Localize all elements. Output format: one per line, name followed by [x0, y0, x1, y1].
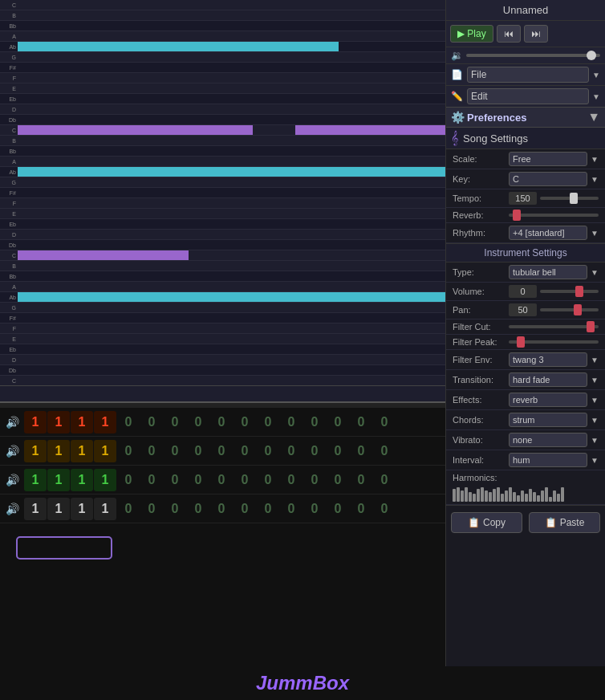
seq-cell[interactable]: 1	[24, 411, 47, 433]
seq-cell[interactable]: 0	[187, 440, 209, 462]
seq-cell[interactable]: 1	[47, 411, 70, 433]
seq-cell[interactable]: 0	[280, 498, 302, 520]
seq-cell[interactable]: 0	[257, 411, 279, 433]
volume-slider[interactable]	[466, 54, 600, 57]
filter-peak-slider[interactable]	[509, 340, 599, 344]
seq-cell[interactable]: 0	[350, 411, 372, 433]
seq-cell[interactable]: 0	[303, 411, 326, 433]
seq-cell[interactable]: 1	[94, 469, 116, 491]
seq-cell[interactable]: 0	[350, 469, 372, 491]
seq-cell[interactable]: 0	[350, 440, 372, 462]
seq-cell[interactable]: 0	[187, 411, 209, 433]
note-grid[interactable]: C B Bb A Ab G	[0, 0, 445, 401]
seq-cell[interactable]: 0	[210, 440, 233, 462]
seq-cell[interactable]: 1	[71, 498, 93, 520]
scale-select[interactable]: Free	[509, 152, 587, 166]
seq-cell[interactable]: 0	[140, 440, 163, 462]
pan-slider[interactable]	[540, 308, 599, 311]
seq-cell[interactable]: 1	[94, 498, 116, 520]
rhythm-select[interactable]: +4 [standard]	[509, 226, 587, 240]
seq-cell[interactable]: 0	[164, 440, 186, 462]
bottom-buttons: 📋 Copy 📋 Paste	[446, 505, 605, 539]
seq-cell[interactable]: 0	[140, 411, 163, 433]
filter-env-select[interactable]: twang 3	[509, 352, 587, 367]
note-label-c5: C	[0, 2, 18, 8]
seq-cell[interactable]: 0	[303, 440, 326, 462]
seq-cell[interactable]: 1	[71, 440, 93, 462]
transition-select[interactable]: hard fade	[509, 372, 587, 387]
seq-cell[interactable]: 1	[47, 469, 70, 491]
seq-cell[interactable]: 0	[373, 469, 396, 491]
seq-cell[interactable]: 1	[94, 411, 116, 433]
seq-cell[interactable]: 0	[280, 469, 302, 491]
seq-cell[interactable]: 0	[210, 469, 233, 491]
seq-cell[interactable]: 0	[327, 469, 349, 491]
seq-cell[interactable]: 1	[24, 498, 47, 520]
vibrato-select[interactable]: none	[509, 433, 587, 447]
seq-cell[interactable]: 0	[233, 411, 256, 433]
copy-button[interactable]: 📋 Copy	[451, 512, 522, 533]
seq-cell[interactable]: 0	[117, 411, 140, 433]
paste-button[interactable]: 📋 Paste	[529, 512, 600, 533]
seq-cell[interactable]: 0	[303, 498, 326, 520]
seq-cell[interactable]: 0	[327, 411, 349, 433]
seq-cell[interactable]: 0	[233, 440, 256, 462]
seq-cell[interactable]: 0	[257, 498, 279, 520]
key-select[interactable]: C	[509, 172, 587, 186]
seq-cell[interactable]: 0	[187, 469, 209, 491]
seq-cell[interactable]: 1	[47, 498, 70, 520]
pan-value: 50	[509, 303, 537, 316]
seq-cell[interactable]: 0	[187, 498, 209, 520]
file-menu[interactable]: File	[467, 67, 589, 83]
volume-slider-inst[interactable]	[540, 290, 599, 293]
effects-select[interactable]: reverb	[509, 393, 587, 407]
seq-cell[interactable]: 0	[233, 469, 256, 491]
seq-cell[interactable]: 0	[210, 411, 233, 433]
key-row: Key: C ▼	[446, 169, 605, 189]
seq-cell[interactable]: 1	[47, 440, 70, 462]
play-button[interactable]: ▶ Play	[450, 25, 493, 43]
preferences-row[interactable]: ⚙️ Preferences ▼	[446, 107, 605, 128]
seq-cell[interactable]: 0	[164, 411, 186, 433]
seq-cell[interactable]: 0	[280, 440, 302, 462]
interval-select[interactable]: hum	[509, 453, 587, 467]
seq-cell[interactable]: 1	[94, 440, 116, 462]
seq-speaker-2: 🔊	[0, 437, 24, 466]
loop-button[interactable]	[16, 536, 112, 560]
edit-menu[interactable]: Edit	[467, 88, 589, 104]
seq-cell[interactable]: 0	[117, 498, 140, 520]
seq-cell[interactable]: 0	[117, 440, 140, 462]
seq-cell[interactable]: 0	[164, 469, 186, 491]
type-select[interactable]: tubular bell	[509, 265, 587, 279]
filter-cut-row: Filter Cut:	[446, 319, 605, 335]
skip-fwd-button[interactable]: ⏭	[524, 25, 548, 43]
seq-cell[interactable]: 0	[327, 440, 349, 462]
seq-cell[interactable]: 0	[373, 498, 396, 520]
seq-cell[interactable]: 0	[257, 469, 279, 491]
seq-cell[interactable]: 0	[373, 440, 396, 462]
seq-cell[interactable]: 0	[140, 469, 163, 491]
vibrato-row: Vibrato: none ▼	[446, 430, 605, 450]
reverb-slider[interactable]	[509, 214, 599, 217]
seq-cell[interactable]: 1	[71, 411, 93, 433]
harmonics-display[interactable]	[453, 486, 599, 502]
seq-cell[interactable]: 0	[117, 469, 140, 491]
seq-cell[interactable]: 1	[71, 469, 93, 491]
seq-cell[interactable]: 0	[164, 498, 186, 520]
seq-cell[interactable]: 1	[24, 469, 47, 491]
skip-back-button[interactable]: ⏮	[497, 25, 521, 43]
seq-cell[interactable]: 0	[210, 498, 233, 520]
seq-cell[interactable]: 0	[280, 411, 302, 433]
filter-cut-slider[interactable]	[509, 325, 599, 328]
seq-cell[interactable]: 1	[24, 440, 47, 462]
seq-cell[interactable]: 0	[140, 498, 163, 520]
seq-cell[interactable]: 0	[257, 440, 279, 462]
chords-select[interactable]: strum	[509, 413, 587, 427]
seq-speaker-1: 🔊	[0, 408, 24, 437]
tempo-slider[interactable]	[540, 197, 599, 200]
seq-cell[interactable]: 0	[350, 498, 372, 520]
seq-cell[interactable]: 0	[327, 498, 349, 520]
seq-cell[interactable]: 0	[233, 498, 256, 520]
seq-cell[interactable]: 0	[373, 411, 396, 433]
seq-cell[interactable]: 0	[303, 469, 326, 491]
